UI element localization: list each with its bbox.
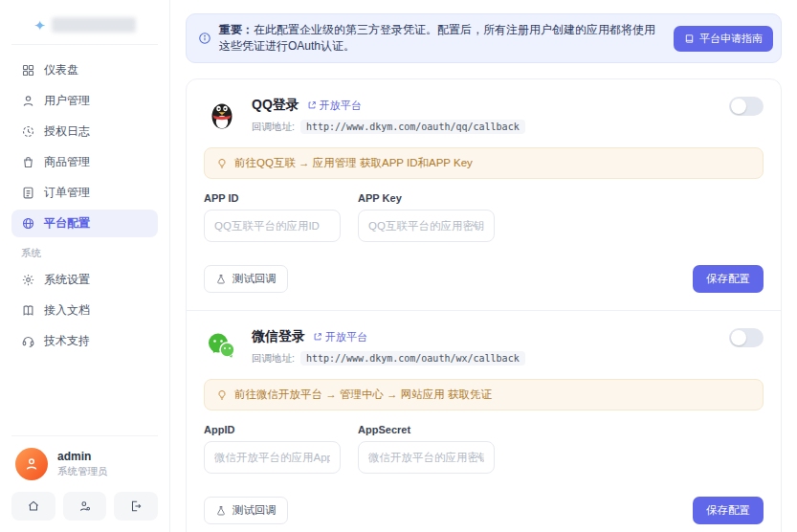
logout-icon — [129, 499, 143, 513]
sidebar-item-label: 订单管理 — [44, 185, 90, 201]
flask-icon — [215, 274, 227, 285]
docs-icon — [21, 303, 35, 318]
logout-button[interactable] — [114, 492, 158, 521]
banner-message: 在此配置企业级的第三方登录凭证。配置后，所有注册用户创建的应用都将使用这些凭证进… — [219, 23, 655, 53]
field-label: APP Key — [358, 192, 495, 204]
qq-tip-box: 前往QQ互联 → 应用管理 获取APP ID和APP Key — [204, 147, 764, 179]
platform-config-icon — [21, 216, 35, 231]
external-link-icon — [307, 100, 317, 110]
flask-icon — [215, 505, 227, 517]
open-platform-label: 开放平台 — [320, 99, 362, 113]
tip-text: 前往微信开放平台 → 管理中心 → 网站应用 获取凭证 — [234, 388, 492, 402]
auth-log-icon — [21, 124, 35, 139]
dashboard-icon — [21, 63, 35, 78]
lightbulb-icon — [216, 389, 228, 401]
sidebar-item-platform-config[interactable]: 平台配置 — [11, 210, 158, 237]
avatar — [15, 448, 48, 480]
wechat-enable-toggle[interactable] — [729, 328, 764, 347]
banner-important-label: 重要： — [219, 23, 254, 36]
field-appid: AppID — [204, 424, 341, 474]
open-platform-link[interactable]: 开放平台 — [313, 330, 367, 344]
field-app-key: APP Key — [358, 192, 495, 242]
nav-section-label: 系统 — [21, 247, 158, 260]
guide-book-icon — [684, 33, 695, 44]
banner-text: 重要：在此配置企业级的第三方登录凭证。配置后，所有注册用户创建的应用都将使用这些… — [219, 22, 666, 55]
toggle-knob — [731, 330, 746, 345]
products-icon — [21, 155, 35, 169]
open-platform-label: 开放平台 — [325, 330, 367, 344]
test-callback-label: 测试回调 — [232, 503, 277, 518]
important-banner: 重要：在此配置企业级的第三方登录凭证。配置后，所有注册用户创建的应用都将使用这些… — [186, 13, 782, 63]
save-config-button[interactable]: 保存配置 — [693, 497, 764, 524]
sidebar-item-system-settings[interactable]: 系统设置 — [11, 266, 158, 294]
sidebar-item-auth-log[interactable]: 授权日志 — [11, 118, 158, 145]
field-appsecret: AppSecret — [358, 424, 495, 474]
field-label: AppID — [204, 424, 341, 435]
callback-url: http://www.dkym.com/oauth/qq/callback — [300, 120, 525, 134]
test-callback-button[interactable]: 测试回调 — [204, 497, 288, 524]
info-icon — [198, 32, 211, 45]
user-role: 系统管理员 — [57, 465, 108, 478]
logo-star-icon: ✦ — [33, 18, 46, 33]
test-callback-label: 测试回调 — [232, 272, 277, 286]
field-app-id: APP ID — [204, 192, 341, 242]
app-id-input[interactable] — [204, 210, 341, 242]
sidebar-item-label: 授权日志 — [44, 123, 90, 140]
user-block: admin 系统管理员 — [11, 435, 158, 521]
field-label: APP ID — [204, 192, 341, 204]
login-config-card: QQ登录 开放平台 回调地址: http://www.dkym.com/oaut… — [186, 78, 782, 532]
open-platform-link[interactable]: 开放平台 — [307, 99, 362, 113]
sidebar-item-orders[interactable]: 订单管理 — [11, 179, 158, 207]
qq-penguin-icon — [204, 97, 240, 133]
profile-button[interactable] — [63, 492, 107, 521]
save-config-button[interactable]: 保存配置 — [693, 265, 764, 293]
app-key-input[interactable] — [358, 210, 495, 242]
sidebar-item-docs[interactable]: 接入文档 — [11, 297, 158, 324]
user-avatar-icon — [24, 456, 39, 472]
sidebar-nav: 仪表盘 用户管理 授权日志 商品管理 订单管理 平台配置 系统 系统设置 — [11, 56, 158, 358]
user-name: admin — [57, 450, 108, 463]
main-content: 重要：在此配置企业级的第三方登录凭证。配置后，所有注册用户创建的应用都将使用这些… — [170, 0, 797, 532]
home-icon — [27, 499, 40, 513]
sidebar-item-label: 系统设置 — [44, 272, 90, 288]
sidebar-item-label: 仪表盘 — [44, 62, 78, 78]
external-link-icon — [313, 332, 322, 342]
user-card: admin 系统管理员 — [11, 448, 158, 492]
wechat-login-section: 微信登录 开放平台 回调地址: http://www.dkym.com/oaut… — [187, 310, 781, 532]
callback-label: 回调地址: — [252, 352, 295, 366]
logo-text-redacted — [52, 17, 136, 33]
tip-text: 前往QQ互联 → 应用管理 获取APP ID和APP Key — [234, 156, 473, 170]
home-button[interactable] — [11, 492, 55, 521]
logo: ✦ — [11, 13, 158, 45]
sidebar-item-label: 接入文档 — [44, 302, 90, 319]
platform-guide-button[interactable]: 平台申请指南 — [674, 26, 773, 52]
qq-enable-toggle[interactable] — [729, 97, 764, 116]
callback-url: http://www.dkym.com/oauth/wx/callback — [300, 351, 525, 366]
user-gear-icon — [78, 499, 92, 513]
sidebar-item-label: 商品管理 — [44, 154, 90, 170]
support-icon — [21, 334, 35, 348]
wechat-icon — [204, 328, 240, 365]
platform-guide-label: 平台申请指南 — [699, 32, 763, 46]
sidebar-item-users[interactable]: 用户管理 — [11, 87, 158, 115]
sidebar-item-label: 平台配置 — [44, 215, 90, 232]
field-label: AppSecret — [358, 424, 495, 435]
toggle-knob — [731, 99, 746, 114]
sidebar-item-dashboard[interactable]: 仪表盘 — [11, 56, 158, 84]
sidebar-footer-buttons — [11, 492, 158, 521]
settings-icon — [21, 273, 35, 287]
users-icon — [21, 94, 35, 108]
qq-login-section: QQ登录 开放平台 回调地址: http://www.dkym.com/oaut… — [187, 79, 781, 310]
orders-icon — [21, 186, 35, 200]
sidebar-item-products[interactable]: 商品管理 — [11, 148, 158, 176]
callback-label: 回调地址: — [252, 121, 295, 134]
sidebar-item-label: 用户管理 — [44, 93, 90, 109]
appsecret-input[interactable] — [358, 441, 495, 474]
section-title: QQ登录 — [252, 97, 299, 114]
appid-input[interactable] — [204, 441, 341, 474]
sidebar: ✦ 仪表盘 用户管理 授权日志 商品管理 订单管理 平台配置 系统 — [0, 0, 170, 532]
sidebar-item-label: 技术支持 — [44, 333, 90, 349]
test-callback-button[interactable]: 测试回调 — [204, 265, 288, 293]
sidebar-item-support[interactable]: 技术支持 — [11, 327, 158, 355]
lightbulb-icon — [216, 158, 228, 169]
